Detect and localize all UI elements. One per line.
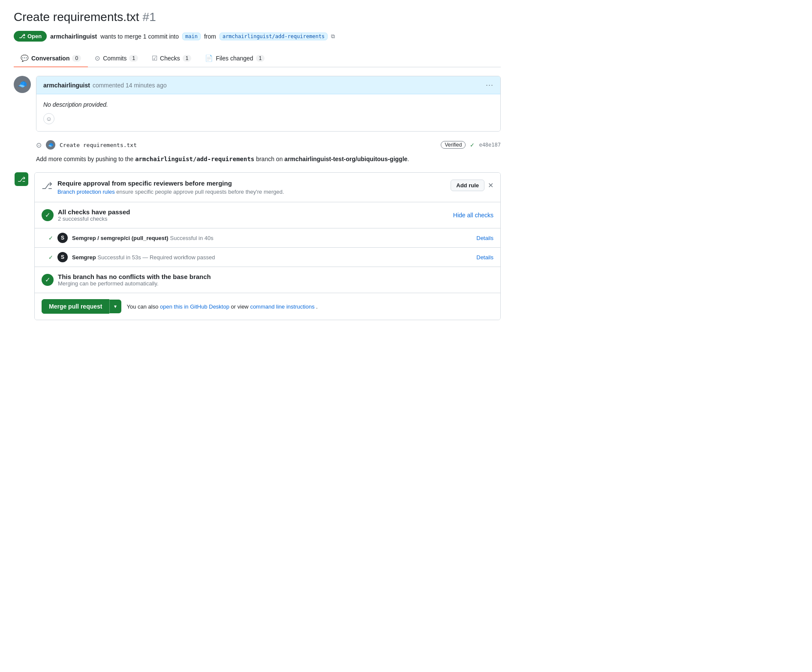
no-conflicts-row: ✓ This branch has no conflicts with the …	[35, 267, 500, 293]
commits-icon: ⊙	[95, 54, 100, 62]
comment-body: No description provided. ☺	[36, 94, 500, 131]
tab-files-changed[interactable]: 📄 Files changed 1	[198, 50, 271, 67]
check-status-semgrep: Successful in 53s — Required workflow pa…	[98, 254, 215, 261]
protection-icon: ⎇	[42, 180, 52, 192]
checks-passed-title: All checks have passed	[58, 208, 130, 216]
command-line-link[interactable]: command line instructions	[250, 303, 314, 310]
base-branch[interactable]: main	[182, 33, 201, 40]
semgrep-ci-icon: S	[57, 233, 68, 243]
checks-icon: ☑	[152, 54, 157, 62]
check-tick-icon: ✓	[48, 235, 53, 241]
commit-sha[interactable]: e48e187	[479, 142, 501, 148]
tab-checks[interactable]: ☑ Checks 1	[145, 50, 198, 67]
comment-text: No description provided.	[43, 101, 493, 108]
merge-section: ⎇ Require approval from specific reviewe…	[34, 172, 501, 320]
merge-row: Merge pull request ▾ You can also open t…	[35, 293, 500, 320]
check-name-semgrep-ci: Semgrep / semgrep/ci (pull_request)	[72, 235, 168, 241]
comment-time: commented 14 minutes ago	[93, 82, 167, 89]
commit-dot-icon: ⊙	[36, 141, 42, 149]
close-protection-button[interactable]: ✕	[488, 181, 493, 189]
check-name-semgrep: Semgrep	[72, 254, 96, 261]
github-desktop-link[interactable]: open this in GitHub Desktop	[160, 303, 229, 310]
protection-desc: Branch protection rules ensure specific …	[57, 189, 284, 195]
merge-info: You can also open this in GitHub Desktop…	[126, 303, 317, 310]
files-icon: 📄	[205, 54, 213, 62]
checks-passed-row: ✓ All checks have passed 2 successful ch…	[35, 202, 500, 228]
check-verified-icon: ✓	[470, 142, 475, 148]
pr-meta: ⎇ Open armchairlinguist wants to merge 1…	[14, 31, 501, 42]
status-badge: ⎇ Open	[14, 31, 47, 42]
protection-title: Require approval from specific reviewers…	[57, 180, 284, 187]
head-branch[interactable]: armchairlinguist/add-requirements	[220, 33, 328, 40]
check-row-semgrep-ci: ✓ S Semgrep / semgrep/ci (pull_request) …	[35, 228, 500, 248]
merge-button-group: Merge pull request ▾	[42, 299, 121, 314]
tabs-bar: 💬 Conversation 0 ⊙ Commits 1 ☑ Checks 1 …	[14, 50, 501, 67]
no-conflicts-subtitle: Merging can be performed automatically.	[58, 280, 211, 287]
verified-badge: Verified	[441, 141, 466, 149]
details-link-semgrep[interactable]: Details	[476, 254, 493, 261]
hide-all-checks-link[interactable]: Hide all checks	[453, 212, 493, 219]
tab-conversation[interactable]: 💬 Conversation 0	[14, 50, 88, 67]
pr-title: Create requirements.txt #1	[14, 10, 501, 24]
avatar: 🧢	[14, 76, 31, 93]
checks-passed-subtitle: 2 successful checks	[58, 216, 130, 222]
merge-section-wrapper: ⎇ ⎇ Require approval from specific revie…	[14, 172, 501, 327]
add-rule-button[interactable]: Add rule	[451, 180, 484, 191]
pr-merge-text: wants to merge 1 commit into	[100, 33, 179, 40]
tab-commits[interactable]: ⊙ Commits 1	[88, 50, 145, 67]
comment-menu-button[interactable]: ···	[486, 81, 493, 90]
pr-author: armchairlinguist	[50, 33, 97, 40]
push-info: Add more commits by pushing to the armch…	[36, 155, 501, 164]
no-conflicts-icon: ✓	[42, 274, 54, 286]
push-branch: armchairlinguist/add-requirements	[135, 156, 254, 162]
git-merge-icon: ⎇	[19, 33, 25, 39]
no-conflicts-title: This branch has no conflicts with the ba…	[58, 273, 211, 280]
checks-passed-icon: ✓	[42, 209, 54, 221]
comment-author: armchairlinguist	[43, 82, 90, 89]
branch-protection-row: ⎇ Require approval from specific reviewe…	[35, 173, 500, 202]
commit-avatar: 🧢	[46, 140, 55, 150]
check-status-semgrep-ci: Successful in 40s	[170, 235, 214, 241]
details-link-semgrep-ci[interactable]: Details	[476, 235, 493, 241]
emoji-reaction-button[interactable]: ☺	[43, 113, 54, 124]
merge-pull-request-button[interactable]: Merge pull request	[42, 299, 109, 314]
comment-section: 🧢 armchairlinguist commented 14 minutes …	[14, 76, 501, 132]
merge-icon: ⎇	[15, 172, 28, 186]
check-tick-icon-2: ✓	[48, 254, 53, 261]
conversation-icon: 💬	[21, 54, 29, 62]
merge-dropdown-button[interactable]: ▾	[109, 300, 121, 313]
commit-line: ⊙ 🧢 Create requirements.txt Verified ✓ e…	[36, 140, 501, 150]
check-row-semgrep: ✓ S Semgrep Successful in 53s — Required…	[35, 248, 500, 267]
comment-header: armchairlinguist commented 14 minutes ag…	[36, 76, 500, 94]
commit-message[interactable]: Create requirements.txt	[60, 142, 436, 148]
comment-box: armchairlinguist commented 14 minutes ag…	[36, 76, 501, 132]
semgrep-icon: S	[57, 252, 68, 262]
push-repo: armchairlinguist-test-org/ubiquitous-gig…	[284, 156, 407, 162]
copy-icon[interactable]: ⧉	[331, 33, 335, 40]
branch-protection-link[interactable]: Branch protection rules	[57, 189, 115, 195]
